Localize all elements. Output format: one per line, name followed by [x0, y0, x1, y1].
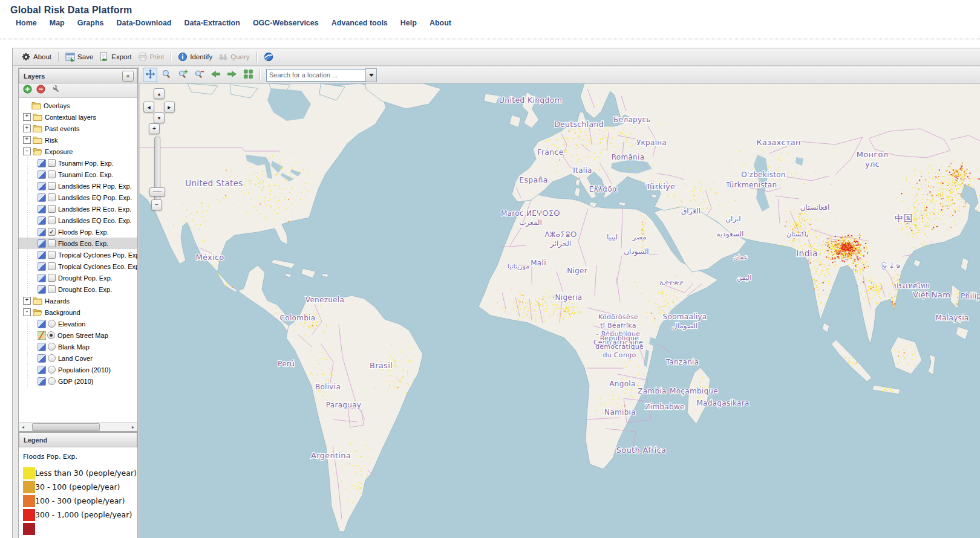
pan-up-button[interactable]: ▲	[154, 88, 165, 99]
search-input[interactable]	[266, 69, 365, 82]
tree-item-tropical-cyclones-eco-exp[interactable]: Tropical Cyclones Eco. Exp.	[19, 261, 137, 272]
app-frame: AboutSaveExportPrintIdentifyQuery Layers…	[12, 48, 980, 538]
layer-checkbox[interactable]	[48, 182, 56, 190]
max-extent-tool-button[interactable]	[241, 68, 255, 82]
tree-item-elevation[interactable]: Elevation	[19, 318, 137, 329]
pan-left-button[interactable]: ◀	[143, 102, 154, 112]
expander-minus-icon[interactable]: -	[23, 147, 31, 155]
layers-tree-hscrollbar[interactable]: ◂ ▸	[19, 422, 137, 431]
layer-checkbox[interactable]	[48, 216, 56, 224]
next-extent-tool-button[interactable]	[224, 68, 239, 82]
expander-minus-icon[interactable]: -	[23, 308, 31, 316]
layers-panel-title: Layers	[24, 73, 45, 80]
tree-item-label: Landslides PR Pop. Exp.	[58, 183, 132, 190]
export-button[interactable]: Export	[96, 51, 134, 63]
tree-item-landslides-eq-pop-exp[interactable]: Landslides EQ Pop. Exp.	[19, 192, 137, 203]
map-country-label: پاکستان	[786, 230, 808, 238]
layer-radio[interactable]	[48, 377, 56, 385]
about-button[interactable]: About	[18, 51, 54, 63]
layer-radio[interactable]	[48, 366, 56, 374]
nav-item-ogc-webservices[interactable]: OGC-Webservices	[253, 19, 319, 27]
tree-item-hazards[interactable]: +Hazards	[19, 295, 137, 306]
layer-checkbox[interactable]	[48, 193, 56, 201]
nav-item-home[interactable]: Home	[16, 19, 37, 27]
tree-item-landslides-pr-eco-exp[interactable]: Landslides PR Eco. Exp.	[19, 203, 137, 215]
folder-icon	[33, 136, 42, 144]
item-button[interactable]	[261, 51, 276, 63]
layer-checkbox[interactable]	[48, 274, 56, 282]
tree-item-tropical-cyclones-pop-exp[interactable]: Tropical Cyclones Pop. Exp.	[19, 249, 137, 261]
pan-right-button[interactable]: ▶	[164, 102, 175, 112]
layer-checkbox[interactable]	[48, 285, 56, 293]
tree-item-tsunami-eco-exp[interactable]: Tsunami Eco. Exp.	[19, 169, 137, 180]
hscroll-left-arrow-icon[interactable]: ◂	[19, 424, 27, 430]
tree-item-floods-eco-exp[interactable]: Floods Eco. Exp.	[19, 238, 137, 249]
tree-item-drought-eco-exp[interactable]: Drought Eco. Exp.	[19, 284, 137, 295]
zoom-out-tool-button[interactable]	[192, 68, 206, 82]
zoom-out-button[interactable]: −	[151, 199, 162, 210]
layer-checkbox[interactable]: ✓	[48, 228, 56, 236]
tree-item-landslides-eq-eco-exp[interactable]: Landslides EQ Eco. Exp.	[19, 215, 137, 226]
expander-plus-icon[interactable]: +	[23, 125, 31, 132]
layer-checkbox[interactable]	[48, 170, 56, 178]
tree-item-exposure[interactable]: -Exposure	[19, 146, 137, 157]
zoom-in-tool-button[interactable]	[175, 68, 190, 82]
nav-item-data-extraction[interactable]: Data-Extraction	[184, 19, 240, 27]
collapse-panel-button[interactable]: «	[122, 71, 134, 82]
tree-item-population-2010[interactable]: Population (2010)	[19, 364, 137, 375]
zoom-slider-thumb[interactable]	[149, 187, 165, 196]
nav-item-map[interactable]: Map	[50, 19, 65, 27]
nav-item-data-download[interactable]: Data-Download	[117, 19, 172, 27]
tree-item-blank-map[interactable]: Blank Map	[19, 341, 137, 352]
tree-item-gdp-2010[interactable]: GDP (2010)	[19, 375, 137, 387]
save-button[interactable]: Save	[62, 51, 96, 63]
layer-checkbox[interactable]	[48, 239, 56, 247]
layer-radio[interactable]	[48, 320, 56, 328]
search-dropdown-button[interactable]	[365, 68, 377, 82]
tree-item-tsunami-pop-exp[interactable]: Tsunami Pop. Exp.	[19, 157, 137, 169]
map-country-label: Madagasikara	[696, 399, 749, 407]
pan-down-button[interactable]: ▼	[154, 112, 165, 123]
layer-radio[interactable]	[48, 354, 56, 362]
hscroll-thumb[interactable]	[32, 423, 100, 431]
tree-item-open-street-map[interactable]: Open Street Map	[19, 329, 137, 341]
tree-item-label: Floods Eco. Exp.	[58, 240, 108, 247]
map-country-label: Moçambique	[670, 387, 718, 395]
layer-checkbox[interactable]	[48, 159, 56, 167]
prev-extent-tool-button[interactable]	[208, 68, 223, 82]
legend-panel: Legend Floods Pop. Exp. Less than 30 (pe…	[18, 432, 138, 538]
tree-item-land-cover[interactable]: Land Cover	[19, 352, 137, 364]
layer-settings-button[interactable]	[50, 85, 59, 96]
tree-item-risk[interactable]: +Risk	[19, 134, 137, 146]
layers-panel: Layers « Overlays+Contextual layers+Past…	[18, 68, 138, 432]
expander-plus-icon[interactable]: +	[23, 113, 31, 121]
tree-item-contextual-layers[interactable]: +Contextual layers	[19, 111, 137, 123]
map-canvas[interactable]: United StatesMéxicoVenezuelaColombiaPerú…	[139, 83, 980, 538]
pan-tool-button[interactable]	[143, 68, 157, 82]
layer-checkbox[interactable]	[48, 205, 56, 213]
nav-item-help[interactable]: Help	[400, 19, 417, 27]
expander-plus-icon[interactable]: +	[23, 136, 31, 144]
nav-item-graphs[interactable]: Graphs	[77, 19, 104, 27]
tree-item-background[interactable]: -Background	[19, 306, 137, 318]
toolbar-button-label: About	[33, 53, 51, 60]
map-country-label: United States	[185, 178, 243, 188]
layer-radio[interactable]	[48, 343, 56, 351]
zoom-window-tool-button[interactable]	[159, 68, 174, 82]
layer-checkbox[interactable]	[48, 262, 56, 270]
layer-radio[interactable]	[47, 331, 55, 339]
identify-button[interactable]: Identify	[175, 51, 215, 63]
tree-item-drought-pop-exp[interactable]: Drought Pop. Exp.	[19, 272, 137, 284]
zoom-in-button[interactable]: +	[149, 123, 160, 134]
remove-layer-button[interactable]	[36, 85, 45, 96]
add-layer-button[interactable]	[23, 85, 32, 96]
nav-item-about[interactable]: About	[430, 19, 451, 27]
expander-plus-icon[interactable]: +	[23, 297, 31, 305]
hscroll-right-arrow-icon[interactable]: ▸	[129, 424, 137, 430]
tree-item-landslides-pr-pop-exp[interactable]: Landslides PR Pop. Exp.	[19, 180, 137, 192]
tree-item-past-events[interactable]: +Past events	[19, 123, 137, 134]
nav-item-advanced-tools[interactable]: Advanced tools	[332, 19, 388, 27]
layer-checkbox[interactable]	[48, 251, 56, 259]
tree-item-floods-pop-exp[interactable]: ✓Floods Pop. Exp.	[19, 226, 137, 238]
tree-item-overlays[interactable]: Overlays	[19, 100, 137, 111]
